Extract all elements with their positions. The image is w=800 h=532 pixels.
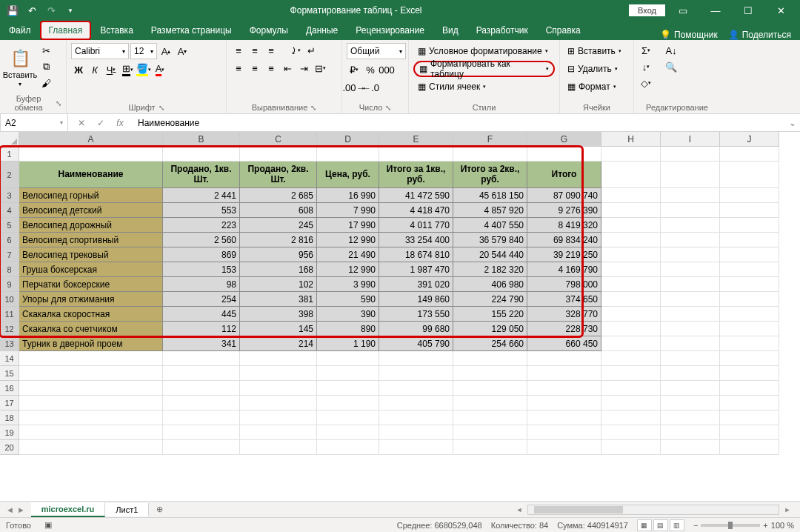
- tab-formulas[interactable]: Формулы: [241, 21, 297, 40]
- cell-F19[interactable]: [453, 425, 527, 440]
- close-icon[interactable]: ✕: [766, 0, 796, 21]
- cell-G17[interactable]: [527, 396, 601, 410]
- cell-H6[interactable]: [601, 233, 661, 247]
- cell-E7[interactable]: 18 674 810: [379, 247, 453, 262]
- align-bottom-icon[interactable]: ≡: [264, 43, 279, 58]
- font-launcher-icon[interactable]: ⤡: [159, 104, 164, 112]
- shrink-font-icon[interactable]: A▾: [175, 44, 190, 59]
- cell-F5[interactable]: 4 407 550: [453, 218, 527, 233]
- decrease-decimal-icon[interactable]: ←.0: [363, 80, 378, 95]
- zoom-in-icon[interactable]: +: [763, 521, 767, 530]
- sheet-tab-active[interactable]: microexcel.ru: [31, 502, 106, 517]
- cell-J12[interactable]: [720, 322, 779, 336]
- format-cells-button[interactable]: ▦Формат▾: [564, 79, 629, 95]
- cell-G19[interactable]: [527, 425, 601, 440]
- row-header-12[interactable]: 12: [0, 322, 19, 336]
- cell-A15[interactable]: [19, 366, 163, 381]
- cell-G15[interactable]: [527, 366, 601, 381]
- orientation-icon[interactable]: ⤸▾: [287, 43, 302, 58]
- page-layout-view-icon[interactable]: ▤: [653, 519, 668, 531]
- cell-I6[interactable]: [661, 233, 720, 247]
- cell-A9[interactable]: Перчатки боксерские: [19, 277, 163, 292]
- cell-J8[interactable]: [720, 262, 779, 277]
- cell-B11[interactable]: 445: [163, 307, 240, 322]
- row-header-14[interactable]: 14: [0, 351, 19, 366]
- cell-C2[interactable]: Продано, 2кв. Шт.: [240, 162, 317, 188]
- add-sheet-icon[interactable]: ⊕: [149, 505, 170, 514]
- cell-C18[interactable]: [240, 410, 317, 425]
- cell-D3[interactable]: 16 990: [317, 188, 379, 203]
- tell-me-button[interactable]: 💡Помощник: [660, 30, 718, 40]
- cell-F17[interactable]: [453, 396, 527, 410]
- cell-C7[interactable]: 956: [240, 247, 317, 262]
- align-center-icon[interactable]: ≡: [247, 61, 262, 76]
- name-box[interactable]: A2▾: [0, 114, 68, 131]
- row-header-7[interactable]: 7: [0, 247, 19, 262]
- cell-I13[interactable]: [661, 336, 720, 351]
- cell-H1[interactable]: [601, 147, 661, 162]
- cell-H10[interactable]: [601, 292, 661, 307]
- cell-I5[interactable]: [661, 218, 720, 233]
- cell-A17[interactable]: [19, 396, 163, 410]
- cell-F3[interactable]: 45 618 150: [453, 188, 527, 203]
- cell-F4[interactable]: 4 857 920: [453, 203, 527, 218]
- cell-J14[interactable]: [720, 351, 779, 366]
- tab-insert[interactable]: Вставка: [91, 21, 142, 40]
- cell-D10[interactable]: 590: [317, 292, 379, 307]
- cell-H19[interactable]: [601, 425, 661, 440]
- cell-E3[interactable]: 41 472 590: [379, 188, 453, 203]
- col-header-I[interactable]: I: [661, 132, 720, 147]
- hscroll-left-icon[interactable]: ◄: [514, 506, 524, 513]
- macro-record-icon[interactable]: ▣: [44, 520, 52, 530]
- cell-C10[interactable]: 381: [240, 292, 317, 307]
- align-left-icon[interactable]: ≡: [231, 61, 246, 76]
- tab-data[interactable]: Данные: [297, 21, 347, 40]
- bold-button[interactable]: Ж: [71, 62, 86, 77]
- cell-H13[interactable]: [601, 336, 661, 351]
- cell-J3[interactable]: [720, 188, 779, 203]
- row-header-2[interactable]: 2: [0, 162, 19, 188]
- underline-button[interactable]: Ч▾: [104, 62, 119, 77]
- row-header-3[interactable]: 3: [0, 188, 19, 203]
- cell-I4[interactable]: [661, 203, 720, 218]
- cell-B16[interactable]: [163, 381, 240, 396]
- cell-H16[interactable]: [601, 381, 661, 396]
- cell-H18[interactable]: [601, 410, 661, 425]
- cell-C8[interactable]: 168: [240, 262, 317, 277]
- cell-D20[interactable]: [317, 440, 379, 455]
- cell-E17[interactable]: [379, 396, 453, 410]
- sheet-prev-icon[interactable]: ◄: [6, 505, 14, 514]
- tab-review[interactable]: Рецензирование: [347, 21, 433, 40]
- cell-J17[interactable]: [720, 396, 779, 410]
- cell-A13[interactable]: Турник в дверной проем: [19, 336, 163, 351]
- increase-indent-icon[interactable]: ⇥: [296, 61, 311, 76]
- cell-I17[interactable]: [661, 396, 720, 410]
- borders-button[interactable]: ⊞▾: [120, 62, 135, 77]
- col-header-J[interactable]: J: [720, 132, 779, 147]
- share-button[interactable]: 👤Поделиться: [728, 30, 791, 40]
- fill-icon[interactable]: ↓▾: [639, 59, 653, 74]
- cell-I3[interactable]: [661, 188, 720, 203]
- tab-view[interactable]: Вид: [433, 21, 467, 40]
- cell-C14[interactable]: [240, 351, 317, 366]
- cell-J19[interactable]: [720, 425, 779, 440]
- cell-B14[interactable]: [163, 351, 240, 366]
- cell-F18[interactable]: [453, 410, 527, 425]
- cell-J2[interactable]: [720, 162, 779, 188]
- cell-G10[interactable]: 374 650: [527, 292, 601, 307]
- cell-J1[interactable]: [720, 147, 779, 162]
- format-painter-icon[interactable]: 🖌: [39, 76, 53, 90]
- cell-C6[interactable]: 2 816: [240, 233, 317, 247]
- col-header-G[interactable]: G: [527, 132, 601, 147]
- row-header-18[interactable]: 18: [0, 410, 19, 425]
- cell-I7[interactable]: [661, 247, 720, 262]
- cell-A2[interactable]: Наименование: [19, 162, 163, 188]
- cell-E2[interactable]: Итого за 1кв., руб.: [379, 162, 453, 188]
- cell-I18[interactable]: [661, 410, 720, 425]
- cell-C19[interactable]: [240, 425, 317, 440]
- cell-A20[interactable]: [19, 440, 163, 455]
- row-header-1[interactable]: 1: [0, 147, 19, 162]
- cell-D6[interactable]: 12 990: [317, 233, 379, 247]
- alignment-launcher-icon[interactable]: ⤡: [310, 104, 316, 112]
- row-header-20[interactable]: 20: [0, 440, 19, 455]
